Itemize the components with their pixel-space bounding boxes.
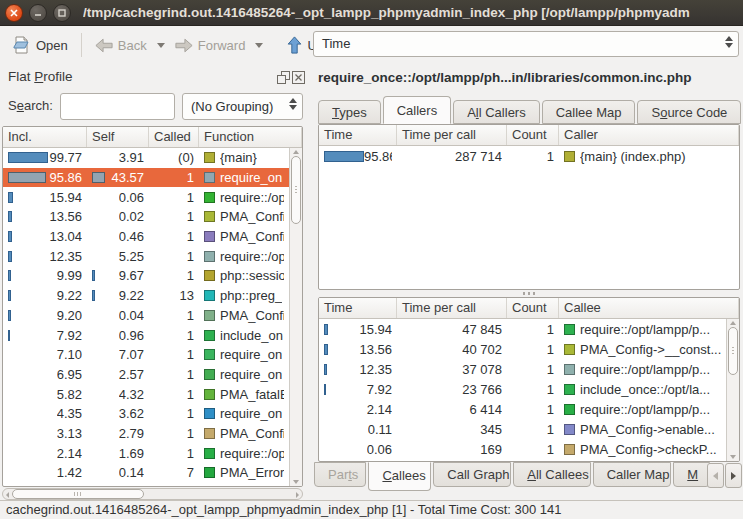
tab-all-callers[interactable]: All Callers [453, 100, 540, 124]
scroll-right-arrow-icon[interactable] [296, 492, 299, 498]
table-body: 99.773.91(0){main}95.8643.571require_on1… [3, 148, 289, 487]
cost-bar [92, 270, 95, 281]
column-header-time-per-call[interactable]: Time per call [397, 298, 507, 318]
back-button[interactable]: Back [90, 35, 152, 56]
table-row[interactable]: 9.200.041PMA_Confi [3, 306, 289, 326]
table-row[interactable]: 15.940.061require::/op [3, 187, 289, 207]
table-row[interactable]: 7.920.961include_on [3, 325, 289, 345]
table-row[interactable]: 7.107.071require_on [3, 345, 289, 365]
event-type-selector[interactable]: Time [313, 31, 739, 57]
column-header-time[interactable]: Time [319, 298, 397, 318]
scrollbar-thumb[interactable] [728, 327, 738, 375]
horizontal-scrollbar[interactable] [2, 488, 303, 500]
tab-source-code[interactable]: Source Code [637, 100, 741, 124]
table-row[interactable]: 5.824.321PMA_fatalE [3, 384, 289, 404]
event-type-value: Time [322, 36, 350, 51]
scroll-up-arrow-icon[interactable] [730, 321, 736, 325]
window-minimize-button[interactable] [29, 4, 47, 22]
cost-bar [324, 364, 327, 375]
column-header-time[interactable]: Time [319, 125, 397, 145]
column-header-incl[interactable]: Incl. [3, 127, 87, 147]
status-bar: cachegrind.out.1416485264-_opt_lampp_php… [0, 500, 743, 519]
scroll-down-arrow-icon[interactable] [293, 480, 299, 484]
function-type-icon [564, 324, 575, 335]
open-button[interactable]: Open [6, 32, 73, 58]
grouping-selector[interactable]: (No Grouping) [182, 93, 303, 120]
cost-bar [8, 251, 12, 262]
tab-types[interactable]: Types [318, 100, 381, 124]
back-arrow-icon [95, 38, 113, 53]
spinner-arrows-icon [725, 36, 733, 48]
forward-button[interactable]: Forward [170, 35, 251, 56]
table-body: 15.9447 8451require::/opt/lampp/p...13.5… [319, 319, 726, 462]
vertical-scrollbar[interactable] [289, 148, 302, 486]
table-row[interactable]: 0.061691PMA_Config->checkP... [319, 439, 726, 459]
scroll-left-arrow-icon[interactable] [6, 492, 9, 498]
search-label: Search: [8, 98, 53, 113]
table-row[interactable]: 1.420.147PMA_Error [3, 463, 289, 483]
tab-scroll-left-button[interactable] [707, 463, 724, 488]
table-row[interactable]: 13.040.461PMA_Confi [3, 227, 289, 247]
table-row[interactable]: 1.400.022PMA_B [3, 483, 289, 487]
column-header-callee[interactable]: Callee [559, 298, 739, 318]
column-header-count[interactable]: Count [507, 125, 559, 145]
function-type-icon [204, 428, 215, 439]
table-row[interactable]: 6.952.571require_on [3, 365, 289, 385]
tab-callers[interactable]: Callers [383, 96, 451, 124]
table-row[interactable]: 0.113451PMA_Config->enable... [319, 419, 726, 439]
column-header-caller[interactable]: Caller [559, 125, 739, 145]
cost-bar [8, 192, 13, 203]
tab-callee-map[interactable]: Callee Map [542, 100, 636, 124]
tab-all-callees[interactable]: All Callees [513, 462, 590, 487]
table-row[interactable]: 3.132.791PMA_Confi [3, 424, 289, 444]
dock-float-button[interactable] [277, 71, 291, 85]
table-row[interactable]: 7.9223 7661include_once::/opt/la... [319, 379, 726, 399]
cost-bar [324, 344, 328, 355]
forward-dropdown-caret[interactable] [255, 43, 263, 48]
tab-callees[interactable]: Callees [368, 462, 431, 491]
table-row[interactable]: 13.560.021PMA_Confi [3, 207, 289, 227]
table-row[interactable]: 15.9447 8451require::/opt/lampp/p... [319, 319, 726, 339]
table-row[interactable]: 12.355.251require::/op [3, 246, 289, 266]
vertical-scrollbar[interactable] [726, 319, 739, 461]
splitter-handle[interactable] [318, 290, 740, 297]
search-input[interactable] [60, 93, 175, 120]
cost-bar [8, 231, 12, 242]
table-row[interactable]: 13.5640 7021PMA_Config->__const... [319, 339, 726, 359]
function-type-icon [204, 192, 215, 203]
scrollbar-thumb[interactable] [12, 489, 144, 499]
titlebar[interactable]: /tmp/cachegrind.out.1416485264-_opt_lamp… [0, 0, 743, 26]
function-type-icon [204, 389, 215, 400]
column-header-called[interactable]: Called [149, 127, 199, 147]
column-header-time-per-call[interactable]: Time per call [397, 125, 507, 145]
table-row[interactable]: 9.999.671php::sessio [3, 266, 289, 286]
table-row[interactable]: 95.8643.571require_on [3, 168, 289, 188]
status-text: cachegrind.out.1416485264-_opt_lampp_php… [6, 502, 562, 517]
tab-caller-map[interactable]: Caller Map [593, 462, 672, 487]
column-header-function[interactable]: Function [199, 127, 302, 147]
window-close-button[interactable] [5, 4, 23, 22]
table-row[interactable]: 99.773.91(0){main} [3, 148, 289, 168]
table-row[interactable]: 9.229.2213php::preg_ [3, 286, 289, 306]
table-row[interactable]: 2.141.691require::/op [3, 443, 289, 463]
back-dropdown-caret[interactable] [157, 43, 165, 48]
table-row[interactable]: 95.86287 7141{main} (index.php) [319, 146, 739, 166]
scrollbar-thumb[interactable] [291, 156, 301, 224]
scroll-up-arrow-icon[interactable] [293, 150, 299, 154]
column-header-count[interactable]: Count [507, 298, 559, 318]
function-type-icon [564, 424, 575, 435]
function-type-icon [204, 290, 215, 301]
tab-scroll-right-button[interactable] [725, 463, 742, 488]
tab-m[interactable]: M [673, 462, 710, 487]
window-maximize-button[interactable] [53, 4, 71, 22]
table-row[interactable]: 12.3537 0781require::/opt/lampp/p... [319, 359, 726, 379]
table-row[interactable]: 2.146 4141require::/opt/lampp/p... [319, 399, 726, 419]
cost-bar [8, 290, 11, 301]
up-arrow-icon [287, 36, 302, 54]
column-header-self[interactable]: Self [87, 127, 149, 147]
tab-call-graph[interactable]: Call Graph [433, 462, 511, 487]
kcachegrind-window: /tmp/cachegrind.out.1416485264-_opt_lamp… [0, 0, 743, 519]
table-row[interactable]: 4.353.621require_on [3, 404, 289, 424]
scroll-down-arrow-icon[interactable] [730, 455, 736, 459]
dock-close-button[interactable] [292, 71, 306, 85]
